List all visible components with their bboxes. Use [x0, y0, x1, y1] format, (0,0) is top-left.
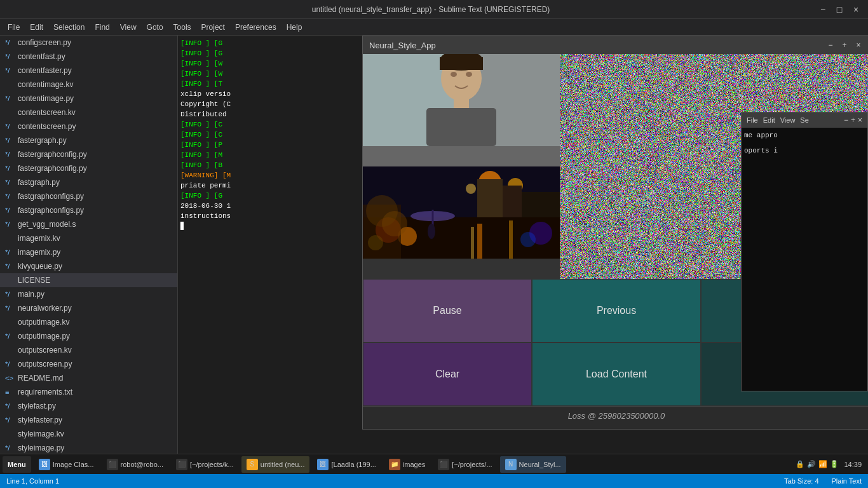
second-close-btn[interactable]: × — [858, 116, 862, 125]
neural-minimize-button[interactable]: − — [825, 40, 836, 50]
second-maximize-btn[interactable]: + — [851, 116, 855, 125]
sidebar-item[interactable]: */fastergraph.py — [0, 133, 177, 147]
svg-rect-18 — [477, 224, 482, 259]
menu-goto[interactable]: Goto — [142, 22, 168, 33]
sidebar-item[interactable]: */contentscreen.py — [0, 119, 177, 133]
sidebar-item[interactable]: */fastgraphconfigs.py — [0, 189, 177, 203]
sidebar-item[interactable]: imagemix.kv — [0, 231, 177, 245]
svg-rect-15 — [503, 186, 522, 217]
previous-button[interactable]: Previous — [532, 279, 701, 342]
sidebar-item[interactable]: */stylefaster.py — [0, 413, 177, 427]
taskbar-item-3[interactable]: ⬛ [~/projects/k... — [171, 456, 239, 473]
taskbar-menu[interactable]: Menu — [3, 456, 31, 473]
taskbar-time: 14:39 — [844, 461, 862, 468]
sidebar-item[interactable]: */configscreen.py — [0, 36, 177, 50]
sidebar-item[interactable]: outputimage.kv — [0, 315, 177, 329]
sidebar-item[interactable]: */styleimage.py — [0, 441, 177, 455]
pause-button[interactable]: Pause — [363, 279, 532, 342]
sidebar-item[interactable]: <>README.md — [0, 371, 177, 385]
taskbar-icon-2: ⬛ — [107, 459, 118, 470]
taskbar-item-6[interactable]: 📁 images — [384, 456, 430, 473]
second-menu-edit[interactable]: Edit — [763, 116, 775, 124]
sidebar-item[interactable]: outputscreen.kv — [0, 343, 177, 357]
window-controls[interactable]: − □ × — [817, 4, 862, 15]
sidebar-item[interactable]: */imagemix.py — [0, 245, 177, 259]
taskbar-icon-8: N — [505, 459, 517, 470]
svg-rect-14 — [477, 179, 503, 217]
system-icon-lock: 🔒 — [796, 460, 804, 468]
sidebar-item[interactable]: */main.py — [0, 287, 177, 301]
sidebar-item[interactable]: */contentfaster.py — [0, 64, 177, 78]
sidebar: */configscreen.py */contentfast.py */con… — [0, 36, 178, 463]
loss-bar: Loss @ 2598023500000.0 — [363, 406, 868, 425]
terminal-line: Copyright (C — [180, 99, 360, 109]
taskbar-icon-3: ⬛ — [176, 459, 187, 470]
taskbar-label-6: images — [403, 461, 425, 468]
taskbar-item-7[interactable]: ⬛ [~/projects/... — [433, 456, 497, 473]
neural-app-title: Neural_Style_App — [369, 41, 436, 50]
sidebar-item[interactable]: */outputimage.py — [0, 329, 177, 343]
sidebar-item[interactable]: */fastergraphconfig.py — [0, 147, 177, 161]
terminal-line: [INFO ] [C — [180, 130, 360, 140]
sidebar-item-license[interactable]: LICENSE — [0, 273, 177, 287]
second-window-titlebar: File Edit View Se − + × — [742, 112, 867, 128]
taskbar-item-5[interactable]: 🖼 [Laadla (199... — [312, 456, 381, 473]
menu-edit[interactable]: Edit — [25, 22, 48, 33]
sidebar-item[interactable]: */get_vgg_model.s — [0, 217, 177, 231]
style-image-area — [363, 166, 560, 279]
sidebar-item[interactable]: contentimage.kv — [0, 78, 177, 92]
close-button[interactable]: × — [850, 4, 862, 15]
menu-preferences[interactable]: Preferences — [230, 22, 281, 33]
taskbar-item-8[interactable]: N Neural_Styl... — [500, 456, 566, 473]
svg-rect-16 — [522, 192, 560, 217]
sidebar-item[interactable]: */contentimage.py — [0, 92, 177, 105]
sidebar-item[interactable]: */outputscreen.py — [0, 357, 177, 371]
status-file-type: Plain Text — [832, 477, 862, 485]
taskbar-item-2[interactable]: ⬛ robot@robo... — [102, 456, 168, 473]
menu-find[interactable]: Find — [90, 22, 114, 33]
sidebar-item[interactable]: ≡requirements.txt — [0, 385, 177, 399]
taskbar-item-1[interactable]: 🖼 Image Clas... — [34, 456, 99, 473]
neural-maximize-button[interactable]: + — [839, 40, 850, 50]
sidebar-item[interactable]: contentscreen.kv — [0, 105, 177, 119]
second-window: File Edit View Se − + × me appro oports … — [741, 112, 868, 391]
sidebar-item[interactable]: */contentfast.py — [0, 50, 177, 64]
terminal-line: [INFO ] [W — [180, 69, 360, 79]
menu-tools[interactable]: Tools — [168, 22, 196, 33]
menu-help[interactable]: Help — [281, 22, 308, 33]
terminal-panel: [INFO ] [G [INFO ] [G [INFO ] [W [INFO ]… — [178, 36, 362, 463]
menu-view[interactable]: View — [115, 22, 142, 33]
second-window-body: me appro oports i — [742, 128, 867, 391]
second-menu-se[interactable]: Se — [800, 116, 808, 124]
sidebar-item[interactable]: */fastgraphconfigs.py — [0, 203, 177, 217]
second-minimize-btn[interactable]: − — [844, 116, 848, 125]
menu-file[interactable]: File — [3, 22, 25, 33]
second-menu-file[interactable]: File — [747, 116, 758, 124]
sidebar-item[interactable]: */kivyqueue.py — [0, 259, 177, 273]
terminal-line: [INFO ] [G — [180, 191, 360, 201]
svg-point-5 — [451, 72, 457, 77]
taskbar-icon-1: 🖼 — [39, 459, 50, 470]
sidebar-item[interactable]: styleimage.kv — [0, 427, 177, 441]
taskbar-menu-label: Menu — [8, 461, 26, 468]
taskbar-label-2: robot@robo... — [121, 461, 163, 468]
sidebar-item[interactable]: */fastergraphconfig.py — [0, 161, 177, 175]
terminal-line: [INFO ] [G — [180, 38, 360, 48]
terminal-line: instructions — [180, 211, 360, 221]
sidebar-item[interactable]: */stylefast.py — [0, 399, 177, 413]
load-content-button[interactable]: Load Content — [532, 342, 701, 406]
second-menu-view[interactable]: View — [780, 116, 796, 124]
sidebar-item[interactable]: */neuralworker.py — [0, 301, 177, 315]
menu-project[interactable]: Project — [196, 22, 230, 33]
clear-button[interactable]: Clear — [363, 342, 532, 406]
menu-selection[interactable]: Selection — [48, 22, 90, 33]
terminal-cursor: ▊ — [180, 221, 360, 231]
neural-close-button[interactable]: × — [853, 40, 864, 50]
neural-app-controls[interactable]: − + × — [825, 40, 864, 50]
taskbar-item-4[interactable]: S untitled (neu... — [241, 456, 310, 473]
maximize-button[interactable]: □ — [834, 4, 845, 15]
minimize-button[interactable]: − — [817, 4, 829, 15]
sidebar-item[interactable]: */fastgraph.py — [0, 175, 177, 189]
svg-rect-19 — [509, 220, 513, 259]
svg-rect-8 — [440, 57, 483, 70]
